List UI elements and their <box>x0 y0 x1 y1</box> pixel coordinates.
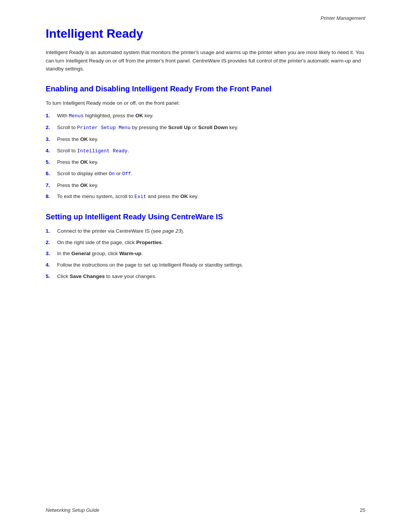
bold-properties: Properties <box>136 240 162 245</box>
step-number: 4. <box>46 261 57 269</box>
inline-code-exit: Exit <box>134 194 146 200</box>
step-content: Press the OK key. <box>57 158 365 166</box>
footer: Networking Setup Guide 25 <box>46 507 365 513</box>
step-number: 7. <box>46 181 57 190</box>
section1-intro: To turn Intelligent Ready mode on or off… <box>46 99 365 107</box>
bold-savechanges: Save Changes <box>70 273 105 279</box>
list-item: 5. Press the OK key. <box>46 158 365 166</box>
step-content: Connect to the printer via CentreWare IS… <box>57 227 365 235</box>
list-item: 7. Press the OK key. <box>46 181 365 190</box>
list-item: 3. In the General group, click Warm-up. <box>46 249 365 258</box>
section1-list: 1. With Menus highlighted, press the OK … <box>46 112 365 201</box>
step-number: 8. <box>46 192 57 201</box>
list-item: 1. Connect to the printer via CentreWare… <box>46 227 365 235</box>
inline-code-on: On <box>109 171 115 177</box>
step-content: Scroll to Intelligent Ready. <box>57 147 365 155</box>
bold-ok: OK <box>80 136 88 142</box>
step-number: 5. <box>46 272 57 281</box>
page-container: Printer Management Intelligent Ready Int… <box>0 0 411 532</box>
list-item: 3. Press the OK key. <box>46 135 365 144</box>
step-number: 5. <box>46 158 57 166</box>
header-section: Printer Management <box>320 15 365 21</box>
list-item: 4. Scroll to Intelligent Ready. <box>46 147 365 155</box>
bold-ok: OK <box>80 159 88 165</box>
step-number: 2. <box>46 238 57 247</box>
step-number: 6. <box>46 169 57 178</box>
inline-code: Intelligent Ready <box>77 148 128 154</box>
inline-code: Printer Setup Menu <box>77 125 131 131</box>
step-content: Scroll to display either On or Off. <box>57 169 365 178</box>
step-content: With Menus highlighted, press the OK key… <box>57 112 365 120</box>
step-number: 4. <box>46 147 57 155</box>
step-number: 1. <box>46 112 57 120</box>
bold-ok: OK <box>180 193 188 199</box>
list-item: 8. To exit the menu system, scroll to Ex… <box>46 192 365 201</box>
step-content: Scroll to Printer Setup Menu by pressing… <box>57 123 365 132</box>
step-number: 3. <box>46 249 57 258</box>
step-content: Press the OK key. <box>57 181 365 190</box>
section2-heading: Setting up Intelligent Ready Using Centr… <box>46 212 365 222</box>
step-content: On the right side of the page, click Pro… <box>57 238 365 247</box>
bold-ok: OK <box>80 182 88 188</box>
header-right-text: Printer Management <box>320 15 365 21</box>
list-item: 2. On the right side of the page, click … <box>46 238 365 247</box>
intro-paragraph: Intelligent Ready is an automated system… <box>46 48 365 73</box>
list-item: 5. Click Save Changes to save your chang… <box>46 272 365 281</box>
section2-list: 1. Connect to the printer via CentreWare… <box>46 227 365 280</box>
step-content: Follow the instructions on the page to s… <box>57 261 365 269</box>
italic-page: page 23 <box>162 228 181 234</box>
step-number: 2. <box>46 123 57 132</box>
step-content: To exit the menu system, scroll to Exit … <box>57 192 365 201</box>
step-number: 1. <box>46 227 57 235</box>
step-number: 3. <box>46 135 57 144</box>
inline-code-off: Off <box>122 171 131 177</box>
bold-scrolldown: Scroll Down <box>198 125 228 130</box>
footer-page-number: 25 <box>360 507 365 513</box>
bold-warmup: Warm-up <box>119 251 142 256</box>
section1-heading: Enabling and Disabling Intelligent Ready… <box>46 84 365 94</box>
list-item: 2. Scroll to Printer Setup Menu by press… <box>46 123 365 132</box>
bold-scrollup: Scroll Up <box>168 125 191 130</box>
list-item: 1. With Menus highlighted, press the OK … <box>46 112 365 120</box>
page-title: Intelligent Ready <box>46 27 365 41</box>
bold-general: General <box>72 251 91 256</box>
list-item: 4. Follow the instructions on the page t… <box>46 261 365 269</box>
step-content: Click Save Changes to save your changes. <box>57 272 365 281</box>
inline-code: Menus <box>69 113 84 119</box>
step-content: In the General group, click Warm-up. <box>57 249 365 258</box>
footer-left-text: Networking Setup Guide <box>46 507 99 513</box>
step-content: Press the OK key. <box>57 135 365 144</box>
bold-ok: OK <box>135 113 143 118</box>
list-item: 6. Scroll to display either On or Off. <box>46 169 365 178</box>
